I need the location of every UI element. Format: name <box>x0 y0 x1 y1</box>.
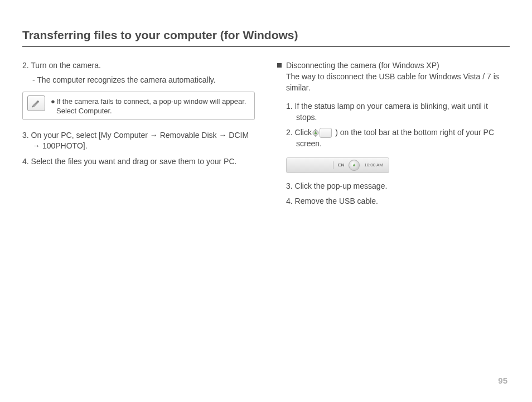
manual-page: Transferring files to your computer (for… <box>0 0 532 402</box>
content-columns: 2. Turn on the camera. - The computer re… <box>22 60 510 211</box>
note-icon <box>27 95 45 111</box>
page-number: 95 <box>498 375 507 386</box>
right-steps-continued: 3. Click the pop-up message. 4. Remove t… <box>277 181 510 207</box>
square-bullet-icon <box>277 63 282 68</box>
right-step-2: 2. Click ( ) on the tool bar at the bott… <box>286 127 510 149</box>
section-heading: Disconnecting the camera (for Windows XP… <box>286 61 439 70</box>
taskbar-tray-icon <box>349 160 360 171</box>
taskbar-divider <box>333 161 333 169</box>
step-4: 4. Select the files you want and drag or… <box>22 156 255 168</box>
taskbar-image: EN 10:00 AM <box>286 157 389 173</box>
page-title: Transferring files to your computer (for… <box>22 27 510 47</box>
right-step-3: 3. Click the pop-up message. <box>286 181 510 192</box>
left-column: 2. Turn on the camera. - The computer re… <box>22 60 255 211</box>
section-description: The way to disconnect the USB cable for … <box>286 72 499 92</box>
note-line-2: Select Computer. <box>51 106 112 116</box>
section-heading-row: Disconnecting the camera (for Windows XP… <box>277 60 510 93</box>
section-text: Disconnecting the camera (for Windows XP… <box>286 60 510 93</box>
right-steps: 1. If the status lamp on your camera is … <box>277 101 510 149</box>
step-3: 3. On your PC, select [My Computer → Rem… <box>22 130 255 152</box>
step-2: 2. Turn on the camera. <box>22 60 255 71</box>
right-column: Disconnecting the camera (for Windows XP… <box>277 60 510 211</box>
right-step-1: 1. If the status lamp on your camera is … <box>286 101 510 123</box>
note-text: ●If the camera fails to connect, a pop-u… <box>51 95 246 116</box>
right-step-4: 4. Remove the USB cable. <box>286 196 510 207</box>
taskbar-time: 10:00 AM <box>364 162 383 168</box>
note-line-1: If the camera fails to connect, a pop-up… <box>56 97 246 106</box>
bullet-icon: ● <box>51 97 56 107</box>
step-2-sub: - The computer recognizes the camera aut… <box>32 75 255 86</box>
taskbar-lang: EN <box>338 162 344 168</box>
safely-remove-icon <box>320 128 332 138</box>
note-box: ●If the camera fails to connect, a pop-u… <box>22 92 255 120</box>
